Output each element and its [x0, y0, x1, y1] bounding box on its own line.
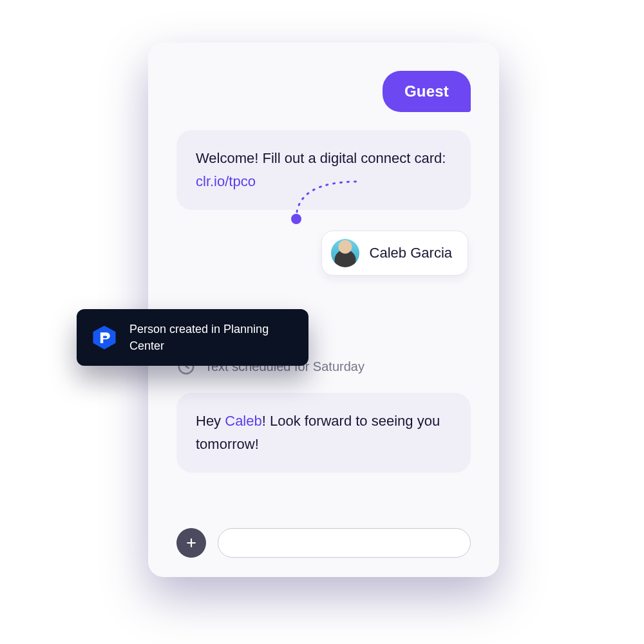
row-guest: Guest — [176, 71, 471, 112]
message-input[interactable] — [218, 528, 471, 558]
planning-center-icon — [91, 324, 118, 351]
toast-text: Person created in Planning Center — [129, 321, 294, 354]
message-followup: Hey Caleb! Look forward to seeing you to… — [176, 393, 471, 473]
svg-marker-2 — [93, 326, 116, 350]
followup-mention: Caleb — [225, 413, 261, 429]
composer — [176, 515, 471, 558]
planning-center-toast: Person created in Planning Center — [77, 309, 308, 366]
message-welcome-text: Welcome! Fill out a digital connect card… — [196, 150, 446, 166]
message-welcome: Welcome! Fill out a digital connect card… — [176, 130, 471, 210]
plus-icon — [185, 536, 198, 549]
svg-point-0 — [291, 214, 301, 224]
guest-chip: Guest — [383, 71, 471, 112]
avatar — [331, 239, 359, 267]
followup-pre: Hey — [196, 413, 225, 429]
guest-chip-label: Guest — [404, 82, 449, 100]
contact-name: Caleb Garcia — [370, 245, 452, 261]
connector-line — [289, 167, 366, 227]
add-button[interactable] — [176, 528, 206, 558]
contact-pill[interactable]: Caleb Garcia — [321, 231, 468, 276]
connect-card-link[interactable]: clr.io/tpco — [196, 173, 256, 189]
